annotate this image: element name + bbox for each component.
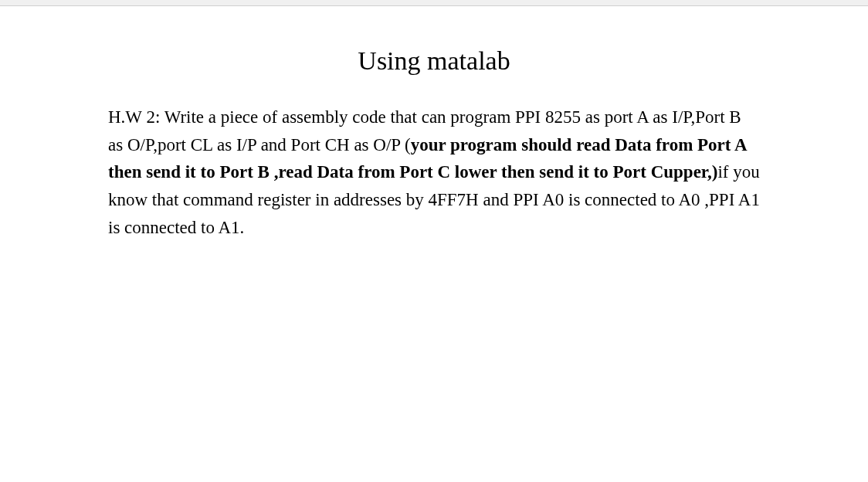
document-page: Using matalab H.W 2: Write a piece of as… xyxy=(0,0,868,241)
top-border xyxy=(0,0,868,6)
homework-paragraph: H.W 2: Write a piece of assembly code th… xyxy=(108,104,760,241)
document-title: Using matalab xyxy=(178,46,690,76)
